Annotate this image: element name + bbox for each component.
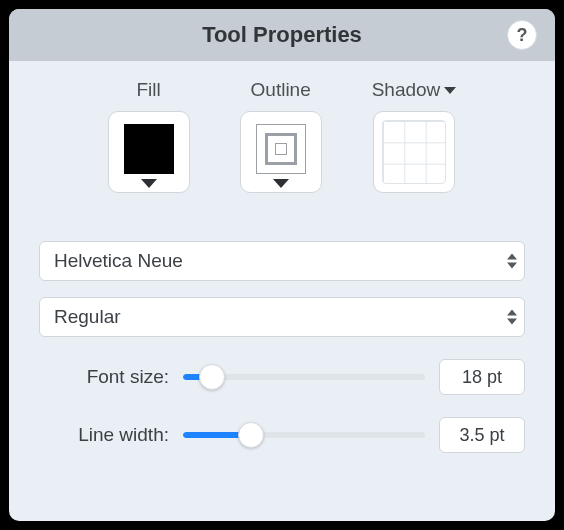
outline-swatch[interactable]	[240, 111, 322, 193]
font-size-slider[interactable]	[183, 364, 425, 390]
fill-preview	[117, 120, 181, 177]
line-width-input[interactable]: 3.5 pt	[439, 417, 525, 453]
line-width-row: Line width: 3.5 pt	[39, 417, 525, 453]
outline-style-icon	[256, 124, 306, 174]
shadow-swatch[interactable]	[373, 111, 455, 193]
line-width-value: 3.5 pt	[459, 425, 504, 446]
slider-track	[183, 432, 425, 438]
font-style-row: Regular	[39, 297, 525, 337]
swatch-row: Fill Outline Sh	[39, 79, 525, 193]
slider-thumb[interactable]	[238, 422, 264, 448]
fill-color-icon	[124, 124, 174, 174]
font-size-label: Font size:	[39, 366, 169, 388]
panel-header: Tool Properties ?	[9, 9, 555, 61]
font-family-select[interactable]: Helvetica Neue	[39, 241, 525, 281]
shadow-label[interactable]: Shadow	[372, 79, 457, 101]
font-style-select[interactable]: Regular	[39, 297, 525, 337]
shadow-preview	[382, 120, 446, 184]
font-family-value: Helvetica Neue	[54, 250, 183, 272]
shadow-grid-icon	[382, 120, 446, 184]
fill-label: Fill	[137, 79, 161, 101]
chevron-down-icon	[444, 87, 456, 94]
slider-thumb[interactable]	[199, 364, 225, 390]
font-size-input[interactable]: 18 pt	[439, 359, 525, 395]
help-button[interactable]: ?	[507, 20, 537, 50]
font-style-value: Regular	[54, 306, 121, 328]
fill-swatch[interactable]	[108, 111, 190, 193]
shadow-label-text: Shadow	[372, 79, 441, 101]
font-size-value: 18 pt	[462, 367, 502, 388]
font-family-row: Helvetica Neue	[39, 241, 525, 281]
chevron-down-icon	[141, 179, 157, 188]
outline-label: Outline	[251, 79, 311, 101]
help-icon: ?	[517, 25, 528, 46]
line-width-slider[interactable]	[183, 422, 425, 448]
fill-column: Fill	[108, 79, 190, 193]
line-width-label: Line width:	[39, 424, 169, 446]
shadow-column: Shadow	[372, 79, 457, 193]
outline-preview	[249, 120, 313, 177]
panel-content: Fill Outline Sh	[9, 61, 555, 521]
outline-column: Outline	[240, 79, 322, 193]
font-size-row: Font size: 18 pt	[39, 359, 525, 395]
chevron-down-icon	[273, 179, 289, 188]
tool-properties-panel: Tool Properties ? Fill Outline	[9, 9, 555, 521]
panel-title: Tool Properties	[202, 22, 362, 48]
